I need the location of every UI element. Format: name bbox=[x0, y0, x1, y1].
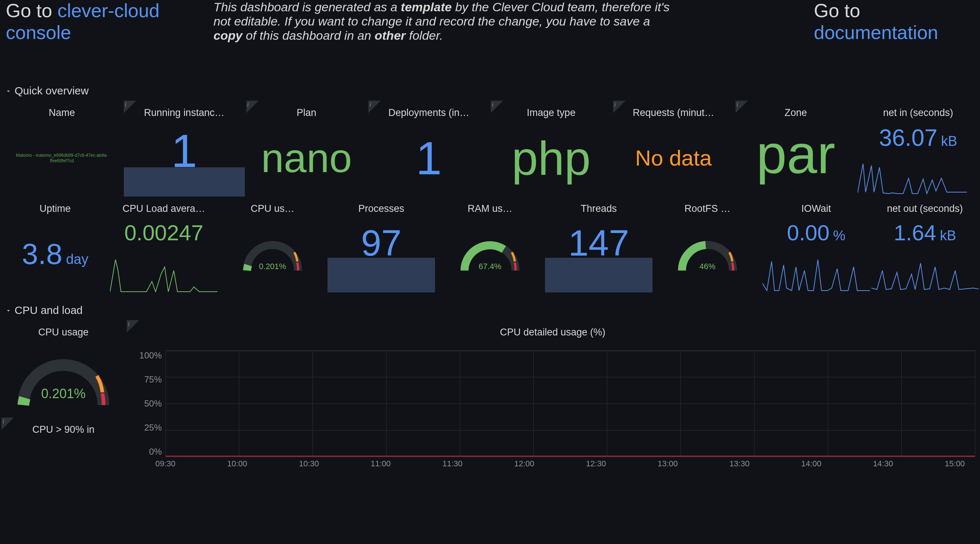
gauge-label: 0.201% bbox=[13, 386, 115, 402]
threads-value: 147 bbox=[568, 222, 629, 264]
panel-net-in[interactable]: net in (seconds) 36.07kB bbox=[858, 101, 978, 196]
gauge-cpu-usage: 0.201% bbox=[240, 234, 305, 274]
panel-deployments[interactable]: Deployments (in… 1 bbox=[368, 101, 489, 196]
panel-title: Threads bbox=[545, 196, 652, 216]
chevron-down-icon bbox=[5, 304, 12, 316]
load-value: 0.00247 bbox=[110, 220, 217, 246]
gauge-label: 46% bbox=[675, 262, 740, 271]
panel-processes[interactable]: Processes 97 bbox=[328, 196, 434, 292]
panel-title: CPU usage bbox=[2, 320, 125, 340]
panel-title: Image type bbox=[491, 101, 612, 120]
panel-uptime[interactable]: Uptime 3.8day bbox=[2, 196, 108, 292]
iowait-value: 0.00% bbox=[762, 220, 870, 246]
plan-value: nano bbox=[261, 134, 352, 182]
panel-title: Zone bbox=[735, 101, 856, 120]
timeseries-cpu-detailed: 100%75%50%25%0% 09:3010:0010:3011:0011:3… bbox=[127, 340, 978, 471]
panel-title: IOWait bbox=[762, 196, 870, 216]
panel-title: Uptime bbox=[2, 196, 108, 216]
gauge-rootfs: 46% bbox=[675, 234, 740, 274]
y-axis: 100%75%50%25%0% bbox=[127, 350, 162, 457]
panel-title: net in (seconds) bbox=[858, 101, 978, 120]
panel-title: Plan bbox=[246, 101, 367, 120]
go-to-documentation-panel: Go to documentation bbox=[814, 0, 974, 44]
section-cpu-and-load[interactable]: CPU and load bbox=[0, 300, 980, 320]
panel-requests[interactable]: Requests (minut… No data bbox=[613, 101, 734, 196]
info-icon[interactable] bbox=[491, 101, 503, 113]
sparkline-iowait bbox=[762, 249, 870, 292]
gauge-label: 0.201% bbox=[240, 262, 305, 271]
sparkline-load bbox=[110, 249, 217, 292]
panel-title: Deployments (in… bbox=[368, 101, 489, 120]
panel-ram-usage[interactable]: RAM us… 67.4% bbox=[436, 196, 544, 292]
sparkline-net-out bbox=[872, 249, 978, 292]
plot-area bbox=[165, 350, 975, 457]
panel-title: net out (seconds) bbox=[872, 196, 978, 216]
go-to-console-panel: Go to clever-cloud console bbox=[6, 0, 210, 44]
panel-running-instances[interactable]: Running instanc… 1 bbox=[124, 101, 245, 196]
imagetype-value: php bbox=[511, 131, 590, 186]
section-quick-overview[interactable]: Quick overview bbox=[0, 80, 980, 101]
info-icon[interactable] bbox=[2, 418, 14, 430]
panel-title: Requests (minut… bbox=[613, 101, 734, 120]
gauge-ram: 67.4% bbox=[457, 234, 523, 274]
gauge-cpu-usage-big: 0.201% bbox=[13, 347, 115, 412]
info-icon[interactable] bbox=[246, 101, 259, 113]
chevron-down-icon bbox=[5, 85, 12, 97]
goto-prefix: Go to bbox=[6, 0, 57, 21]
panel-title: CPU us… bbox=[219, 196, 326, 216]
panel-threads[interactable]: Threads 147 bbox=[545, 196, 652, 292]
goto-doc-prefix: Go to bbox=[814, 0, 860, 21]
panel-cpu-over-90[interactable]: CPU > 90% in bbox=[2, 418, 125, 437]
section-title: CPU and load bbox=[14, 304, 83, 316]
documentation-link[interactable]: documentation bbox=[814, 22, 938, 43]
netout-value: 1.64kB bbox=[872, 220, 978, 246]
info-icon[interactable] bbox=[735, 101, 748, 113]
panel-iowait[interactable]: IOWait 0.00% bbox=[762, 196, 870, 292]
panel-title: CPU Load avera… bbox=[110, 196, 217, 216]
series-line bbox=[165, 456, 975, 456]
panel-cpu-usage-big[interactable]: CPU usage 0.201% bbox=[2, 320, 125, 416]
panel-title: Name bbox=[2, 101, 123, 120]
panel-cpu-usage-mini[interactable]: CPU us… 0.201% bbox=[219, 196, 326, 292]
info-icon[interactable] bbox=[124, 101, 136, 113]
panel-title: RAM us… bbox=[436, 196, 544, 216]
name-value: Matomo - matomo_e896db99-d7c6-47ec-ab4a-… bbox=[2, 153, 123, 163]
gauge-label: 67.4% bbox=[457, 262, 523, 271]
panel-title: Processes bbox=[328, 196, 434, 216]
panel-title: Running instanc… bbox=[124, 101, 245, 120]
panel-title: RootFS … bbox=[654, 196, 761, 216]
info-icon[interactable] bbox=[127, 320, 139, 332]
panel-cpu-load-avg[interactable]: CPU Load avera… 0.00247 bbox=[110, 196, 217, 292]
deployments-value: 1 bbox=[416, 131, 442, 185]
panel-plan[interactable]: Plan nano bbox=[246, 101, 367, 196]
netin-value: 36.07kB bbox=[858, 124, 978, 151]
panel-image-type[interactable]: Image type php bbox=[491, 101, 612, 196]
processes-value: 97 bbox=[361, 222, 401, 264]
requests-value: No data bbox=[635, 145, 712, 171]
panel-net-out[interactable]: net out (seconds) 1.64kB bbox=[872, 196, 978, 292]
info-icon[interactable] bbox=[613, 101, 625, 113]
x-axis: 09:3010:0010:3011:0011:3012:0012:3013:00… bbox=[165, 459, 975, 471]
panel-cpu-detailed-usage[interactable]: CPU detailed usage (%) 100%75%50%25%0% 0… bbox=[127, 320, 978, 471]
info-icon[interactable] bbox=[368, 101, 381, 113]
running-value: 1 bbox=[171, 124, 197, 177]
dashboard-notice: This dashboard is generated as a templat… bbox=[210, 0, 683, 43]
panel-title: CPU detailed usage (%) bbox=[127, 320, 978, 340]
zone-value: par bbox=[756, 123, 835, 186]
panel-zone[interactable]: Zone par bbox=[735, 101, 856, 196]
panel-name[interactable]: Name Matomo - matomo_e896db99-d7c6-47ec-… bbox=[2, 101, 123, 196]
uptime-value: 3.8day bbox=[22, 238, 89, 271]
panel-rootfs[interactable]: RootFS … 46% bbox=[654, 196, 761, 292]
sparkline-net-in bbox=[858, 153, 967, 196]
panel-title: CPU > 90% in bbox=[2, 418, 125, 437]
section-title: Quick overview bbox=[14, 85, 89, 97]
